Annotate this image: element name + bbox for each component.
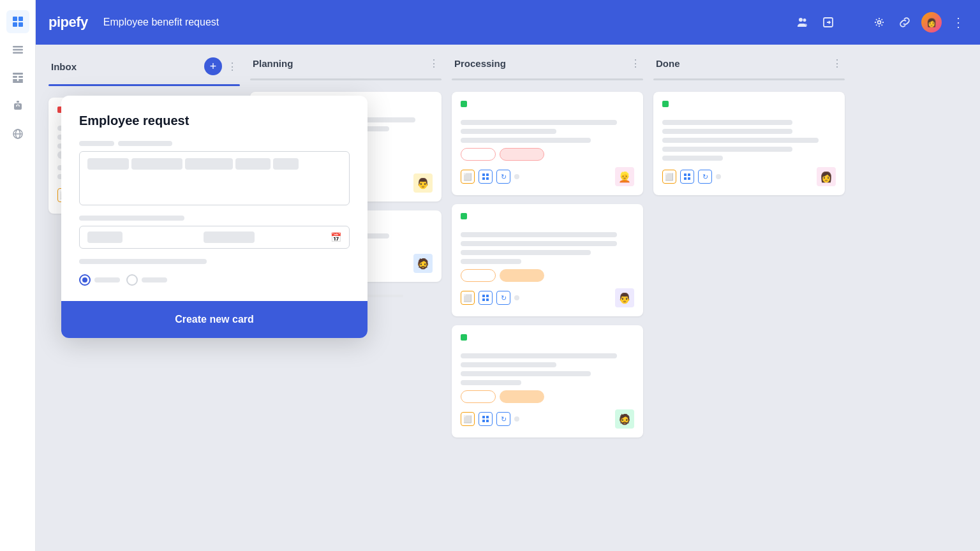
card-badge-pink (461, 148, 496, 161)
form-title: Employee request (79, 114, 350, 128)
radio-option-1[interactable] (79, 274, 120, 286)
column-inbox-menu[interactable]: ⋮ (227, 61, 237, 73)
card-badge-orange1 (461, 269, 496, 282)
header-actions: 👩 ⋮ (794, 12, 967, 33)
radio-label (94, 277, 120, 283)
form-date-input[interactable]: 📅 (79, 226, 350, 249)
card-line (461, 250, 591, 255)
card-icon-refresh: ↻ (698, 170, 712, 184)
card-badge-orange4 (500, 390, 544, 403)
card-badge-orange2 (500, 269, 544, 282)
create-card-label: Create new card (175, 314, 254, 325)
card-c4: ⬜ ↻ 👱 (452, 92, 643, 195)
globe-icon (12, 128, 24, 140)
form-field2-label (79, 216, 350, 221)
settings-icon[interactable] (870, 13, 888, 31)
svg-rect-12 (13, 81, 23, 83)
card-badge-row (461, 269, 634, 282)
column-inbox-title: Inbox (51, 61, 199, 72)
svg-rect-15 (19, 105, 20, 107)
form-textarea[interactable] (79, 151, 350, 205)
svg-rect-47 (486, 420, 489, 422)
svg-rect-13 (14, 103, 22, 110)
svg-rect-37 (486, 173, 489, 176)
card-c5: ⬜ ↻ 👨 (452, 204, 643, 316)
column-planning-underline (250, 78, 442, 80)
users-icon[interactable] (794, 13, 812, 31)
svg-rect-8 (13, 76, 17, 78)
column-add-button[interactable]: + (204, 57, 222, 75)
form-field3-label (79, 259, 350, 264)
svg-rect-43 (486, 298, 489, 301)
card-icon-orange: ⬜ (461, 170, 475, 184)
card-avatar: 🧔 (615, 409, 634, 429)
card-icon-blue (680, 170, 694, 184)
link-icon[interactable] (896, 13, 914, 31)
filter-icon[interactable] (845, 13, 863, 31)
card-line (461, 241, 617, 246)
sidebar-item-grid[interactable] (6, 10, 29, 33)
sidebar-item-bot[interactable] (6, 94, 29, 117)
card-dot (514, 174, 519, 179)
bot-icon (12, 100, 24, 112)
column-planning-title: Planning (253, 58, 424, 69)
calendar-icon: 📅 (330, 232, 341, 242)
column-processing-underline (452, 78, 643, 80)
card-line (662, 147, 792, 152)
svg-rect-11 (19, 79, 23, 81)
card-dot (514, 416, 519, 422)
svg-rect-36 (482, 173, 485, 176)
sidebar-item-globe[interactable] (6, 122, 29, 145)
textarea-chip (273, 158, 299, 170)
radio-circle-selected (79, 274, 91, 286)
enter-icon[interactable] (819, 13, 837, 31)
form-field1-label (79, 141, 350, 146)
column-planning-menu[interactable]: ⋮ (429, 57, 439, 70)
column-processing-header: Processing ⋮ (452, 57, 643, 70)
card-dot (514, 295, 519, 300)
card-line (461, 129, 556, 134)
svg-rect-10 (13, 79, 17, 81)
svg-rect-2 (13, 22, 17, 27)
card-avatar: 🧔 (413, 254, 433, 273)
date-chip2 (204, 231, 255, 243)
svg-rect-0 (13, 17, 17, 21)
card-line (461, 371, 591, 376)
svg-rect-16 (17, 105, 19, 105)
card-icon-refresh: ↻ (496, 291, 510, 305)
sidebar-item-list[interactable] (6, 38, 29, 61)
user-avatar[interactable]: 👩 (921, 12, 942, 33)
more-icon[interactable]: ⋮ (949, 13, 967, 31)
card-avatar: 👨 (413, 173, 433, 193)
column-processing-menu[interactable]: ⋮ (630, 57, 641, 70)
textarea-chip (131, 158, 182, 170)
card-footer: ⬜ ↻ 👩 (662, 167, 836, 186)
card-icon-refresh: ↻ (496, 412, 510, 426)
svg-rect-50 (684, 177, 687, 180)
radio-option-2[interactable] (126, 274, 167, 286)
column-planning-header: Planning ⋮ (250, 57, 442, 70)
svg-rect-51 (688, 177, 690, 180)
svg-rect-46 (482, 420, 485, 422)
logo-text: pipefy (48, 14, 88, 31)
svg-rect-44 (482, 416, 485, 418)
card-icon-orange: ⬜ (461, 291, 475, 305)
card-line (662, 138, 819, 143)
card-c7: ⬜ ↻ 👩 (653, 92, 845, 195)
card-line (662, 156, 723, 161)
card-tag-green (461, 101, 467, 107)
column-done-menu[interactable]: ⋮ (832, 57, 842, 70)
column-done-underline (653, 78, 845, 80)
sidebar (0, 0, 36, 551)
card-icon-orange: ⬜ (461, 412, 475, 426)
create-card-form: Employee request (61, 96, 368, 338)
svg-rect-7 (13, 73, 23, 75)
card-footer: ⬜ ↻ 👱 (461, 167, 634, 186)
column-inbox-header: Inbox + ⋮ (48, 57, 240, 75)
card-line (662, 120, 792, 125)
create-card-button[interactable]: Create new card (61, 301, 368, 338)
svg-rect-38 (482, 177, 485, 180)
list-icon (12, 44, 24, 55)
sidebar-item-table[interactable] (6, 66, 29, 89)
svg-rect-40 (482, 295, 485, 297)
